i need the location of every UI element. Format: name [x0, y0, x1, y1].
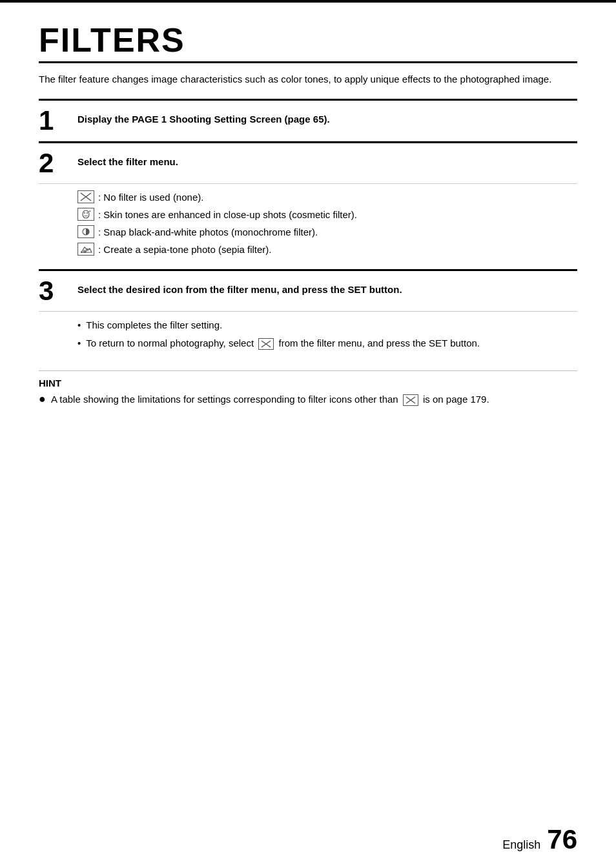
page-footer: English 76 [502, 824, 577, 855]
filter-none-text: : No filter is used (none). [98, 190, 203, 204]
hint-item-1: ● A table showing the limitations for se… [39, 392, 577, 407]
step-1-section: 1 Display the PAGE 1 Shooting Setting Sc… [39, 99, 577, 141]
filter-mono-text: : Snap black-and-white photos (monochrom… [98, 225, 318, 239]
filter-cosmetic-text: : Skin tones are enhanced in close-up sh… [98, 208, 357, 221]
filter-item-sepia: 𝒜 : Create a sepia-tone photo (sepia fil… [77, 243, 577, 256]
step-2-section: 2 Select the filter menu. : No filter is… [39, 141, 577, 269]
step-2-content: : No filter is used (none). [39, 184, 577, 269]
step-1-title: Display the PAGE 1 Shooting Setting Scre… [77, 107, 330, 127]
step-2-header: 2 Select the filter menu. [39, 143, 577, 184]
hint-section: HINT ● A table showing the limitations f… [39, 370, 577, 407]
sepia-filter-icon: 𝒜 [77, 243, 94, 256]
step-1-header: 1 Display the PAGE 1 Shooting Setting Sc… [39, 101, 577, 141]
cosmetic-filter-icon: ✦ [77, 208, 94, 221]
bullet-dot-1: • [77, 318, 81, 333]
svg-point-3 [84, 212, 85, 214]
svg-point-4 [87, 212, 88, 214]
footer-page-number: 76 [547, 824, 577, 855]
step-2-number: 2 [39, 150, 71, 177]
bullet-item-2: • To return to normal photography, selec… [77, 336, 577, 351]
hint-title: HINT [39, 378, 577, 389]
step-1-number: 1 [39, 107, 71, 134]
filter-item-none: : No filter is used (none). [77, 190, 577, 204]
page-container: FILTERS The filter feature changes image… [0, 0, 616, 868]
title-divider [39, 61, 577, 63]
svg-text:✦: ✦ [88, 209, 91, 213]
step-2-title: Select the filter menu. [77, 150, 178, 170]
inline-no-filter-icon [258, 338, 274, 350]
step-3-number: 3 [39, 278, 71, 305]
bullet-text-1: This completes the filter setting. [86, 318, 577, 333]
step-3-title: Select the desired icon from the filter … [77, 278, 402, 298]
step-3-section: 3 Select the desired icon from the filte… [39, 269, 577, 364]
step-3-header: 3 Select the desired icon from the filte… [39, 271, 577, 312]
bullet-dot-2: • [77, 336, 81, 351]
bullet-text-2: To return to normal photography, select … [86, 336, 577, 351]
content-area: FILTERS The filter feature changes image… [0, 3, 616, 445]
mono-filter-icon [77, 225, 94, 238]
filter-sepia-text: : Create a sepia-tone photo (sepia filte… [98, 243, 271, 256]
bullet-item-1: • This completes the filter setting. [77, 318, 577, 333]
footer-language: English [502, 838, 540, 852]
no-filter-icon [77, 190, 94, 203]
hint-bullet: ● [39, 392, 46, 407]
intro-text: The filter feature changes image charact… [39, 72, 577, 87]
page-title: FILTERS [39, 22, 577, 59]
step-3-bullets: • This completes the filter setting. • T… [39, 312, 577, 364]
inline-no-filter-hint-icon [403, 394, 418, 406]
hint-text: A table showing the limitations for sett… [51, 392, 489, 407]
filter-item-mono: : Snap black-and-white photos (monochrom… [77, 225, 577, 239]
filter-item-cosmetic: ✦ : Skin tones are enhanced in close-up … [77, 208, 577, 221]
